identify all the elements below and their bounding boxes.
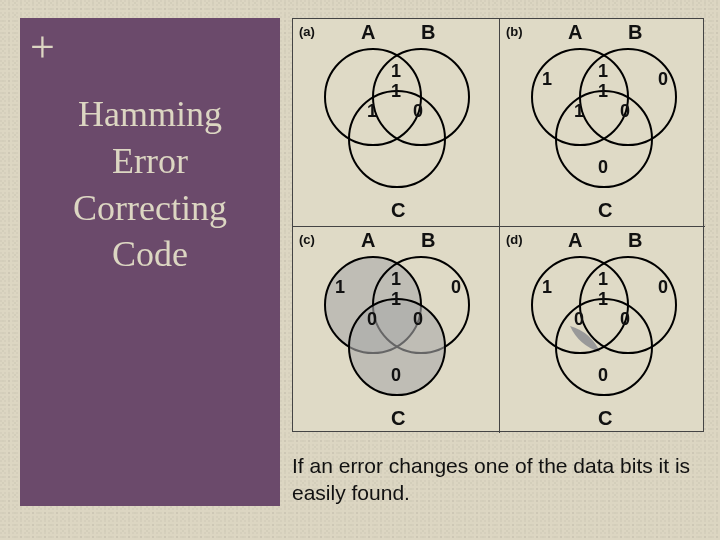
title-line-2: Error <box>112 141 188 181</box>
title-line-3: Correcting <box>73 188 227 228</box>
venn-svg <box>293 227 499 434</box>
value-abc: 1 <box>598 81 608 102</box>
slide-title: Hamming Error Correcting Code <box>20 91 280 278</box>
title-sidebar: + Hamming Error Correcting Code <box>20 18 280 506</box>
panel-b: (b)ABC1110100 <box>499 19 705 226</box>
label-a: A <box>361 229 375 252</box>
value-bc: 0 <box>620 309 630 330</box>
caption-text: If an error changes one of the data bits… <box>292 452 704 507</box>
value-abc: 1 <box>391 289 401 310</box>
label-b: B <box>628 229 642 252</box>
value-ac: 1 <box>574 101 584 122</box>
panel-id: (a) <box>299 24 315 39</box>
value-ab: 1 <box>598 61 608 82</box>
value-a: 1 <box>542 277 552 298</box>
value-abc: 1 <box>598 289 608 310</box>
title-line-4: Code <box>112 234 188 274</box>
value-abc: 1 <box>391 81 401 102</box>
label-a: A <box>361 21 375 44</box>
panel-d: (d)ABC1100100 <box>499 226 705 433</box>
value-c: 0 <box>598 157 608 178</box>
value-ab: 1 <box>391 269 401 290</box>
label-b: B <box>421 229 435 252</box>
panel-c: (c)ABC1100100 <box>293 226 499 433</box>
panel-id: (c) <box>299 232 315 247</box>
value-b: 0 <box>658 69 668 90</box>
value-bc: 0 <box>413 101 423 122</box>
value-bc: 0 <box>413 309 423 330</box>
value-ac: 0 <box>574 309 584 330</box>
label-c: C <box>391 407 405 430</box>
plus-icon: + <box>30 22 280 73</box>
label-c: C <box>598 407 612 430</box>
venn-svg <box>500 19 706 226</box>
value-c: 0 <box>391 365 401 386</box>
label-c: C <box>391 199 405 222</box>
value-c: 0 <box>598 365 608 386</box>
label-b: B <box>628 21 642 44</box>
panel-id: (b) <box>506 24 523 39</box>
value-b: 0 <box>451 277 461 298</box>
venn-diagram-grid: (a)ABC1110 (b)ABC1110100 (c)ABC1100100 (… <box>292 18 704 432</box>
title-line-1: Hamming <box>78 94 222 134</box>
value-ac: 1 <box>367 101 377 122</box>
label-a: A <box>568 229 582 252</box>
label-b: B <box>421 21 435 44</box>
value-bc: 0 <box>620 101 630 122</box>
value-ac: 0 <box>367 309 377 330</box>
venn-svg <box>500 227 706 434</box>
value-ab: 1 <box>598 269 608 290</box>
value-b: 0 <box>658 277 668 298</box>
value-a: 1 <box>542 69 552 90</box>
value-ab: 1 <box>391 61 401 82</box>
label-a: A <box>568 21 582 44</box>
label-c: C <box>598 199 612 222</box>
panel-a: (a)ABC1110 <box>293 19 499 226</box>
panel-id: (d) <box>506 232 523 247</box>
venn-svg <box>293 19 499 226</box>
value-a: 1 <box>335 277 345 298</box>
